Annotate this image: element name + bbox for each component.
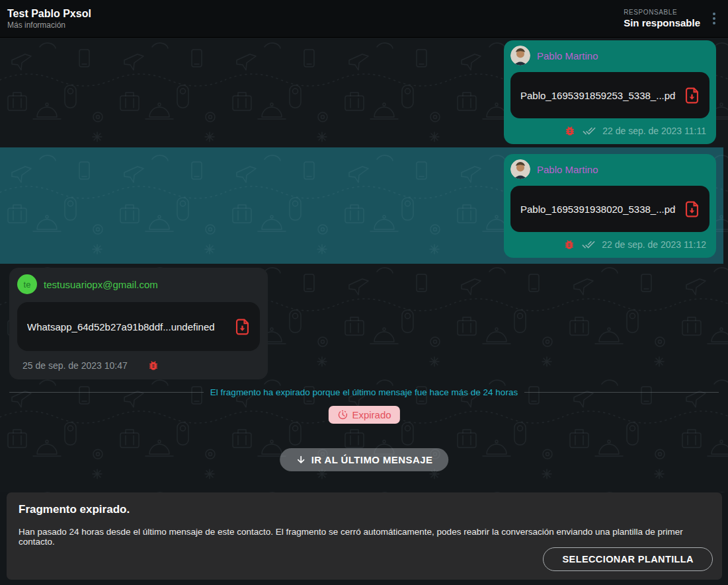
- contact-name: Test Pablo Pxsol: [7, 7, 91, 20]
- message-timestamp: 25 de sep. de 2023 10:47: [22, 360, 128, 371]
- message-timestamp: 22 de sep. de 2023 11:11: [602, 126, 706, 136]
- message-timestamp: 22 de sep. de 2023 11:12: [602, 239, 706, 250]
- conversation-header: Test Pablo Pxsol Más información RESPONS…: [0, 0, 728, 38]
- more-info-link[interactable]: Más información: [7, 20, 91, 30]
- expired-notice-divider: El fragmento ha expirado porque el últim…: [0, 387, 728, 397]
- attachment-card[interactable]: Pablo_1695391938020_5338_...pdf: [510, 186, 709, 232]
- expired-notice-text: El fragmento ha expirado porque el últim…: [210, 387, 518, 397]
- sender-name: testusuariopx@gmail.com: [44, 279, 158, 290]
- header-contact-block: Test Pablo Pxsol Más información: [7, 7, 91, 30]
- attachment-file-name: Pablo_1695391859253_5338_...pdf: [520, 90, 676, 101]
- badge-label: Expirado: [352, 409, 391, 420]
- attachment-file-name: Whatsapp_64d52b27a91b8ddf...undefined: [27, 321, 226, 332]
- chat-area: Pablo Martino Pablo_1695391859253_5338_.…: [0, 38, 728, 492]
- sender-name: Pablo Martino: [537, 164, 598, 175]
- panel-body-text: Han pasado 24 horas desde el último mens…: [19, 527, 710, 547]
- virus-scan-icon: [563, 239, 575, 251]
- attachment-card[interactable]: Pablo_1695391859253_5338_...pdf: [510, 72, 709, 118]
- attachment-file-name: Pablo_1695391938020_5338_...pdf: [520, 204, 676, 215]
- expired-status-badge: Expirado: [328, 406, 399, 424]
- kebab-menu-icon[interactable]: [709, 10, 719, 27]
- go-to-last-message-button[interactable]: IR AL ÚLTIMO MENSAJE: [280, 448, 449, 471]
- double-check-icon: [583, 124, 596, 137]
- double-check-icon: [582, 238, 595, 251]
- clock-icon: [337, 409, 348, 420]
- responsible-value[interactable]: Sin responsable: [624, 17, 700, 28]
- outgoing-message: Pablo Martino Pablo_1695391938020_5338_.…: [504, 154, 716, 258]
- incoming-message: te testusuariopx@gmail.com Whatsapp_64d5…: [9, 268, 268, 379]
- attachment-card[interactable]: Whatsapp_64d52b27a91b8ddf...undefined: [17, 302, 260, 351]
- file-download-icon[interactable]: [682, 200, 702, 219]
- responsible-block: RESPONSABLE Sin responsable: [624, 9, 700, 28]
- avatar: [510, 159, 530, 179]
- down-arrow-icon: [296, 455, 306, 465]
- virus-scan-icon: [147, 360, 159, 371]
- avatar: te: [17, 274, 37, 294]
- sender-name: Pablo Martino: [537, 50, 598, 61]
- file-download-icon[interactable]: [233, 317, 252, 336]
- select-template-button[interactable]: SELECCIONAR PLANTILLA: [543, 547, 713, 571]
- responsible-label: RESPONSABLE: [624, 9, 700, 16]
- conversation-view: Test Pablo Pxsol Más información RESPONS…: [0, 0, 728, 585]
- virus-scan-icon: [564, 125, 576, 137]
- outgoing-message: Pablo Martino Pablo_1695391859253_5338_.…: [504, 40, 716, 144]
- avatar: [510, 46, 530, 65]
- expired-fragment-panel: Fragmento expirado. Han pasado 24 horas …: [7, 492, 722, 580]
- panel-title: Fragmento expirado.: [19, 503, 710, 516]
- go-to-last-message-label: IR AL ÚLTIMO MENSAJE: [311, 454, 433, 465]
- file-download-icon[interactable]: [682, 86, 702, 105]
